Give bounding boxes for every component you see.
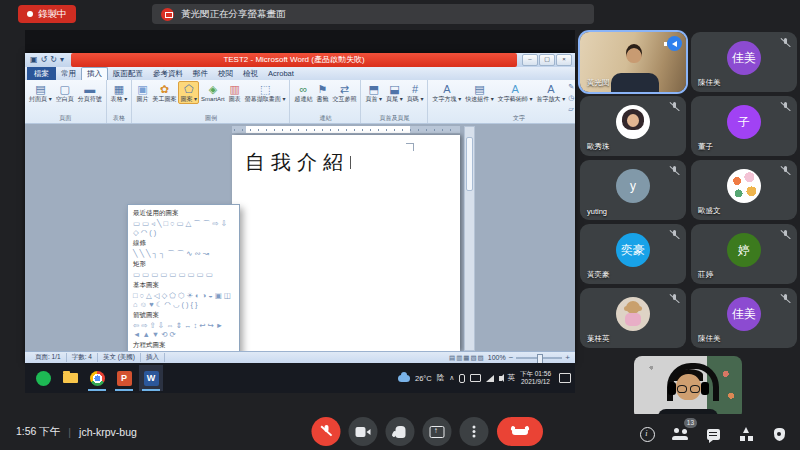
ribbon-button[interactable]: ▬分頁符號: [76, 81, 104, 104]
activities-button[interactable]: [737, 425, 755, 443]
ribbon-button[interactable]: ▢空白頁: [54, 81, 76, 104]
view-mode-buttons[interactable]: ▤▥▦▧▨: [449, 354, 485, 362]
avatar: [616, 105, 650, 139]
zoom-slider[interactable]: [516, 357, 562, 359]
taskbar-app[interactable]: [31, 365, 55, 391]
present-button[interactable]: [423, 417, 452, 446]
raise-hand-button[interactable]: [386, 417, 415, 446]
shapes-section-glyphs[interactable]: ▭▭◃╲□○▭△⌒⌒⇨⇩◇◠(): [133, 219, 234, 237]
tray-weather-word[interactable]: 陰: [437, 373, 445, 383]
ribbon-group-label: 頁首及頁尾: [363, 114, 425, 123]
ribbon-tab[interactable]: 檢視: [238, 68, 263, 80]
taskbar-app[interactable]: [58, 365, 82, 391]
ribbon-button[interactable]: ▤封面頁 ▾: [27, 81, 54, 104]
info-button[interactable]: [638, 425, 656, 443]
window-maximize-button[interactable]: ▢: [539, 54, 555, 66]
tray-temperature[interactable]: 26°C: [415, 374, 432, 383]
participant-name: 歐秀珠: [587, 142, 610, 152]
document-page[interactable]: 自我介紹: [232, 135, 460, 351]
ribbon-tab[interactable]: 版面配置: [108, 68, 148, 80]
window-minimize-button[interactable]: –: [522, 54, 538, 66]
shapes-section-glyphs[interactable]: ▭▭▭▭▭▭▭▭▭: [133, 270, 234, 279]
window-buttons: –▢×: [519, 54, 575, 66]
zoom-in-button[interactable]: +: [565, 354, 570, 362]
input-language[interactable]: 英: [507, 373, 515, 383]
ribbon-button[interactable]: ⬚螢幕擷取畫面 ▾: [243, 81, 288, 104]
shapes-panel[interactable]: 最近使用的圖案▭▭◃╲□○▭△⌒⌒⇨⇩◇◠()線條╲╲╲┐┐⌒⌒∿∾↝矩形▭▭▭…: [127, 204, 240, 351]
shapes-section-glyphs[interactable]: □○△◁◇⬠⬡☀◐◑◒▣◫⌂☺♥☾◠◡(){}: [133, 291, 234, 309]
ribbon-button[interactable]: ✎簽名欄 ▾: [567, 81, 575, 92]
participant-tile[interactable]: 佳美 陳佳美: [691, 288, 797, 348]
shapes-section-title: 箭號圖案: [133, 311, 234, 320]
doc-scrollbar[interactable]: [464, 126, 475, 351]
ribbon-button[interactable]: ∞超連結: [292, 81, 314, 104]
host-controls-icon: [774, 428, 785, 441]
participant-tile[interactable]: 葉桂英: [580, 288, 686, 348]
shapes-section-glyphs[interactable]: ⇦⇨⇧⇩⇔⇕↔↕↩↪►◄▲▼⟲⟳: [133, 321, 234, 339]
undo-icon[interactable]: ↺: [41, 53, 48, 67]
status-item: 插入: [141, 353, 165, 362]
ribbon-group: ▦表格 ▾表格: [107, 80, 133, 123]
tray-mic-icon[interactable]: [459, 374, 465, 383]
shapes-section-title: 線條: [133, 239, 234, 248]
ribbon-button[interactable]: ⬓頁尾 ▾: [384, 81, 405, 104]
ribbon-tab[interactable]: 檔案: [27, 67, 56, 80]
participant-tile[interactable]: 歐秀珠: [580, 96, 686, 156]
ribbon-button-icon: ⚑: [317, 82, 327, 96]
ribbon-button[interactable]: #頁碼 ▾: [405, 81, 426, 104]
ribbon-tab[interactable]: 參考資料: [148, 68, 188, 80]
participant-tile[interactable]: 子 董子: [691, 96, 797, 156]
taskbar-app[interactable]: [85, 365, 109, 391]
host-controls-button[interactable]: [770, 425, 788, 443]
ribbon-button[interactable]: ⬠圖案 ▾: [178, 81, 199, 104]
taskbar-app[interactable]: W: [139, 365, 163, 391]
ribbon-button[interactable]: ▦表格 ▾: [109, 81, 130, 104]
ribbon-button[interactable]: ✿美工圖案: [150, 81, 178, 104]
people-button[interactable]: 13: [671, 425, 689, 443]
touch-keyboard-icon[interactable]: [470, 374, 481, 382]
ribbon-button[interactable]: ⚑書籤: [314, 81, 330, 104]
taskbar-app[interactable]: P: [112, 365, 136, 391]
participant-tile[interactable]: 婷 莊婷: [691, 224, 797, 284]
tray-clock[interactable]: 下午 01:56 2021/9/12: [520, 370, 551, 386]
qat-more-icon[interactable]: ▾: [60, 53, 64, 67]
ribbon-button[interactable]: ▥圖表: [227, 81, 243, 104]
ribbon-button[interactable]: ▤快速組件 ▾: [463, 81, 496, 104]
shapes-section-glyphs[interactable]: ╲╲╲┐┐⌒⌒∿∾↝: [133, 249, 234, 258]
ribbon-tab[interactable]: Acrobat: [263, 68, 299, 80]
ribbon-button[interactable]: ◷日期及時間: [567, 92, 575, 103]
text-cursor: [350, 156, 351, 169]
shared-screen[interactable]: ▣↺↻▾ TEST2 - Microsoft Word (產品啟動失敗) –▢×…: [25, 30, 575, 393]
ribbon-button[interactable]: ◈SmartArt: [199, 81, 227, 104]
participant-tile[interactable]: 歐盛文: [691, 160, 797, 220]
self-view-tile[interactable]: [634, 356, 742, 420]
ribbon-tab[interactable]: 常用: [56, 68, 81, 80]
leave-call-button[interactable]: [497, 417, 543, 446]
participant-tile[interactable]: 奕豪 黃奕豪: [580, 224, 686, 284]
participant-tile[interactable]: 黃光閔: [580, 32, 686, 92]
ribbon-button[interactable]: ▣圖片: [134, 81, 150, 104]
ribbon-button[interactable]: A文字藝術師 ▾: [496, 81, 535, 104]
ribbon-button[interactable]: ▱物件 ▾: [567, 103, 575, 114]
window-close-button[interactable]: ×: [556, 54, 572, 66]
notification-center-icon[interactable]: [559, 373, 571, 383]
chevron-up-icon[interactable]: ∧: [449, 374, 454, 382]
redo-icon[interactable]: ↻: [50, 53, 57, 67]
chat-button[interactable]: [704, 425, 722, 443]
ribbon-tab[interactable]: 郵件: [188, 68, 213, 80]
more-options-button[interactable]: [460, 417, 489, 446]
volume-icon[interactable]: [499, 376, 502, 381]
camera-button[interactable]: [349, 417, 378, 446]
network-icon[interactable]: [486, 375, 494, 382]
participant-tile[interactable]: y yuting: [580, 160, 686, 220]
ribbon-tab[interactable]: 校閱: [213, 68, 238, 80]
mic-button[interactable]: [312, 417, 341, 446]
ribbon-tab[interactable]: 插入: [81, 67, 108, 80]
zoom-out-button[interactable]: −: [509, 354, 514, 362]
save-icon[interactable]: ▣: [30, 53, 38, 67]
ribbon-button[interactable]: ⬒頁首 ▾: [363, 81, 384, 104]
ribbon-button[interactable]: A文字方塊 ▾: [430, 81, 463, 104]
participant-tile[interactable]: 佳美 陳佳美: [691, 32, 797, 92]
ribbon-button[interactable]: A首字放大 ▾: [535, 81, 568, 104]
ribbon-button[interactable]: ⇄交互參照: [330, 81, 358, 104]
